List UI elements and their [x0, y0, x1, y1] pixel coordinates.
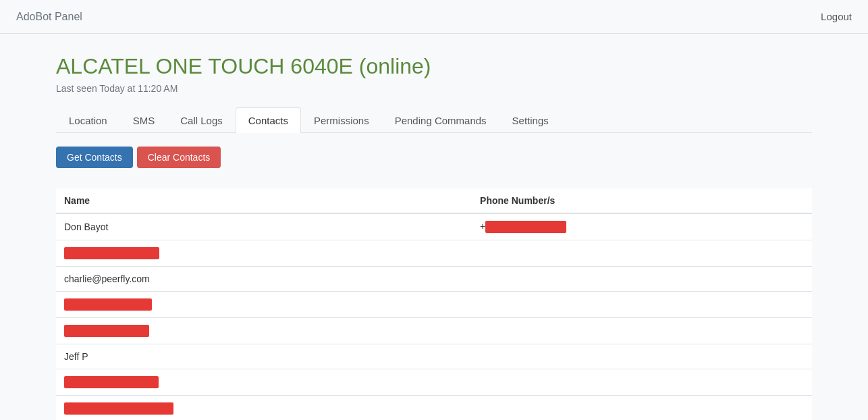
col-phone-header: Phone Number/s [472, 188, 812, 213]
col-name-header: Name [56, 188, 472, 213]
navbar-brand[interactable]: AdoBot Panel [16, 11, 82, 23]
contact-phone [472, 344, 812, 369]
tab-contacts[interactable]: Contacts [236, 107, 301, 133]
contact-phone [472, 369, 812, 396]
contact-phone [472, 396, 812, 421]
contact-phone [472, 292, 812, 318]
contact-name: eric.ju____on@gmail.com [56, 396, 472, 421]
tab-location[interactable]: Location [56, 107, 120, 133]
device-title: ALCATEL ONE TOUCH 6040E (online) [56, 54, 812, 79]
tab-sms[interactable]: SMS [120, 107, 168, 133]
contact-name: will@aubuchan.com [56, 318, 472, 344]
tab-call-logs[interactable]: Call Logs [167, 107, 236, 133]
contact-phone [472, 318, 812, 344]
tab-pending-commands[interactable]: Pending Commands [382, 107, 499, 133]
contacts-table: Name Phone Number/s Don Bayot++XXXXXXXXX… [56, 188, 812, 420]
get-contacts-button[interactable]: Get Contacts [56, 147, 133, 168]
contact-name: Don Bayot [56, 213, 472, 240]
table-row: Don Bayot++XXXXXXXXXXX [56, 213, 812, 240]
tab-permissions[interactable]: Permissions [301, 107, 382, 133]
logout-button[interactable]: Logout [821, 11, 852, 22]
table-row: charlie@peerfly.com [56, 267, 812, 292]
contact-phone [472, 240, 812, 267]
contact-name: Rollie Villaflor [56, 292, 472, 318]
table-row: will@aubuchan.com [56, 318, 812, 344]
device-last-seen: Last seen Today at 11:20 AM [56, 83, 812, 94]
main-content: ALCATEL ONE TOUCH 6040E (online) Last se… [29, 34, 839, 420]
table-row: media@northeast.com [56, 240, 812, 267]
action-buttons: Get Contacts Clear Contacts [56, 147, 812, 168]
table-row: Jeff P [56, 344, 812, 369]
table-row: Rollie Villaflor [56, 292, 812, 318]
clear-contacts-button[interactable]: Clear Contacts [137, 147, 221, 168]
tab-settings[interactable]: Settings [499, 107, 562, 133]
contact-phone [472, 267, 812, 292]
tab-bar: LocationSMSCall LogsContactsPermissionsP… [56, 107, 812, 133]
navbar: AdoBot Panel Logout [0, 0, 868, 34]
table-row: eric.ju____on@gmail.com [56, 396, 812, 421]
table-row: luke@peerfly.com [56, 369, 812, 396]
contact-name: Jeff P [56, 344, 472, 369]
contact-name: charlie@peerfly.com [56, 267, 472, 292]
contact-name: media@northeast.com [56, 240, 472, 267]
contact-phone: ++XXXXXXXXXXX [472, 213, 812, 240]
contact-name: luke@peerfly.com [56, 369, 472, 396]
